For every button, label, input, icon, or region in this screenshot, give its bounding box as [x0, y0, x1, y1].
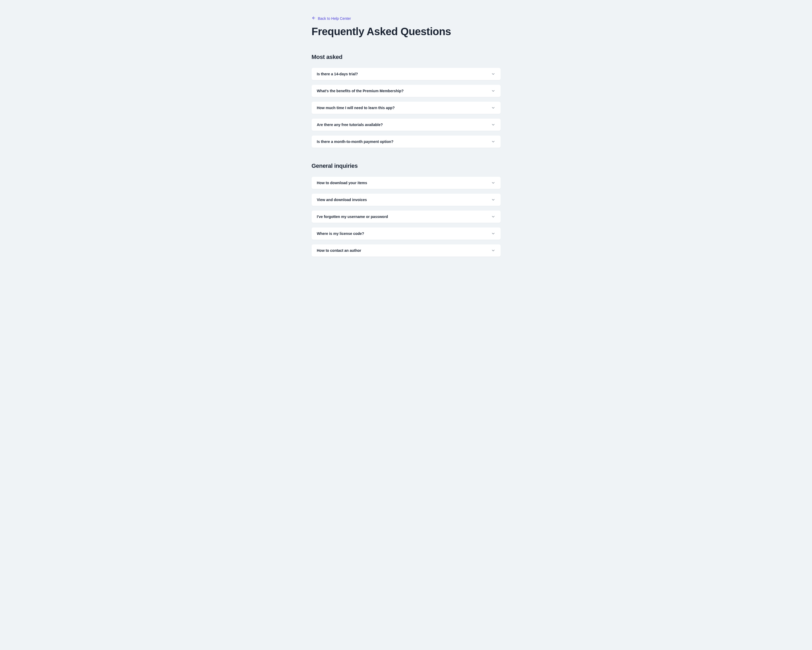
chevron-down-icon	[491, 198, 495, 202]
accordion-label: Where is my license code?	[317, 232, 364, 236]
accordion-label: How much time I will need to learn this …	[317, 106, 395, 110]
chevron-down-icon	[491, 89, 495, 93]
chevron-down-icon	[491, 139, 495, 144]
accordion-item-trial[interactable]: Is there a 14-days trial?	[311, 68, 501, 80]
chevron-down-icon	[491, 215, 495, 219]
chevron-down-icon	[491, 123, 495, 127]
accordion-label: Is there a month-to-month payment option…	[317, 139, 394, 144]
accordion-group-most-asked: Is there a 14-days trial? What's the ben…	[311, 68, 501, 148]
accordion-item-monthly-payment[interactable]: Is there a month-to-month payment option…	[311, 136, 501, 148]
chevron-down-icon	[491, 249, 495, 253]
accordion-label: Is there a 14-days trial?	[317, 72, 358, 76]
arrow-left-icon	[311, 16, 316, 21]
accordion-label: How to download your items	[317, 181, 368, 185]
section-title-most-asked: Most asked	[311, 53, 501, 61]
accordion-item-download-items[interactable]: How to download your items	[311, 177, 501, 189]
accordion-item-view-invoices[interactable]: View and download invoices	[311, 194, 501, 206]
chevron-down-icon	[491, 72, 495, 76]
accordion-label: I've forgotten my username or password	[317, 215, 388, 219]
accordion-group-general-inquiries: How to download your items View and down…	[311, 177, 501, 256]
chevron-down-icon	[491, 232, 495, 236]
section-title-general-inquiries: General inquiries	[311, 163, 501, 169]
accordion-item-contact-author[interactable]: How to contact an author	[311, 244, 501, 256]
accordion-label: How to contact an author	[317, 249, 361, 253]
back-link-label: Back to Help Center	[318, 17, 351, 21]
accordion-label: What's the benefits of the Premium Membe…	[317, 89, 404, 93]
accordion-item-learning-time[interactable]: How much time I will need to learn this …	[311, 102, 501, 114]
chevron-down-icon	[491, 106, 495, 110]
accordion-item-license-code[interactable]: Where is my license code?	[311, 227, 501, 240]
accordion-item-premium-benefits[interactable]: What's the benefits of the Premium Membe…	[311, 85, 501, 97]
accordion-label: Are there any free tutorials available?	[317, 123, 383, 127]
accordion-label: View and download invoices	[317, 198, 367, 202]
chevron-down-icon	[491, 181, 495, 185]
accordion-item-forgot-password[interactable]: I've forgotten my username or password	[311, 211, 501, 223]
page-title: Frequently Asked Questions	[311, 25, 501, 38]
faq-container: Back to Help Center Frequently Asked Que…	[311, 16, 501, 256]
back-to-help-center-link[interactable]: Back to Help Center	[311, 16, 351, 21]
accordion-item-free-tutorials[interactable]: Are there any free tutorials available?	[311, 119, 501, 131]
